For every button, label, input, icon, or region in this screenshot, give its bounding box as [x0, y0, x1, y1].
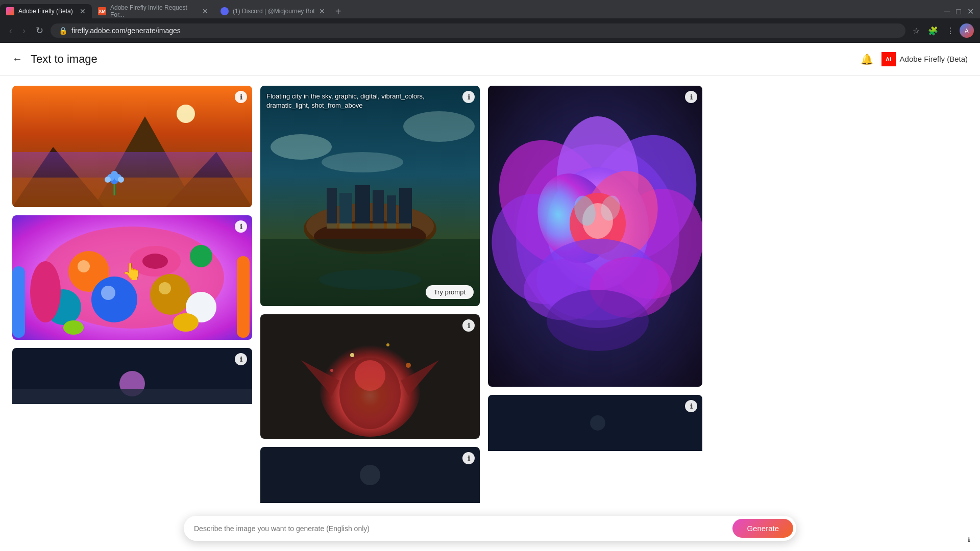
image-grid: ℹ [0, 76, 980, 551]
notification-button[interactable]: 🔔 [861, 53, 873, 65]
svg-rect-6 [12, 178, 252, 207]
xm-favicon: XM [98, 7, 106, 15]
app-back-button[interactable]: ← [12, 53, 22, 65]
tab-xm[interactable]: XM Adobe Firefly Invite Request For... ✕ [92, 4, 214, 18]
svg-rect-47 [399, 188, 412, 229]
tab-close-firefly[interactable]: ✕ [80, 8, 86, 15]
svg-point-53 [350, 353, 354, 357]
info-icon-rose[interactable]: ℹ [685, 91, 697, 103]
svg-point-38 [322, 152, 403, 172]
svg-point-37 [403, 111, 475, 142]
lock-icon: 🔒 [59, 27, 67, 35]
column-2: Floating city in the sky, graphic, digit… [260, 86, 480, 541]
generate-bar: Generate [184, 516, 796, 541]
tab-firefly[interactable]: Adobe Firefly (Beta) ✕ [0, 4, 92, 18]
svg-point-1 [177, 105, 195, 123]
prompt-text: Floating city in the sky, graphic, digit… [266, 92, 459, 110]
main-content: ℹ [0, 76, 980, 551]
generate-input[interactable] [194, 524, 732, 533]
svg-point-23 [159, 282, 171, 294]
tab-discord-label: (1) Discord | @Midjourney Bot [233, 8, 315, 15]
info-icon-city[interactable]: ℹ [462, 91, 475, 103]
svg-point-10 [111, 171, 118, 178]
firefly-favicon [6, 7, 14, 15]
info-icon-1[interactable]: ℹ [235, 91, 247, 103]
forward-button[interactable]: › [19, 23, 29, 38]
tab-xm-label: Adobe Firefly Invite Request For... [110, 4, 198, 18]
svg-point-19 [142, 254, 168, 269]
svg-point-29 [30, 261, 61, 322]
svg-point-21 [101, 286, 115, 300]
svg-point-24 [190, 245, 212, 267]
svg-point-11 [118, 177, 124, 183]
svg-rect-31 [237, 256, 250, 338]
new-tab-button[interactable]: + [331, 6, 346, 17]
image-card-floating-city[interactable]: Floating city in the sky, graphic, digit… [260, 86, 480, 306]
info-icon-dark1[interactable]: ℹ [235, 353, 247, 365]
svg-point-60 [355, 360, 385, 391]
svg-point-80 [547, 290, 649, 351]
svg-point-36 [271, 134, 332, 160]
column-3: ℹ ℹ [488, 86, 702, 541]
header-right: 🔔 Ai Adobe Firefly (Beta) [861, 52, 968, 66]
svg-rect-44 [355, 185, 370, 229]
image-card-red-creature[interactable]: ℹ [260, 314, 480, 439]
svg-rect-42 [327, 188, 337, 229]
try-prompt-button[interactable]: Try prompt [426, 285, 474, 299]
close-window-button[interactable]: ✕ [965, 5, 976, 18]
tab-controls: ─ □ ✕ [942, 5, 980, 18]
minimize-button[interactable]: ─ [942, 5, 952, 18]
page-title: Text to image [31, 53, 861, 66]
tab-close-discord[interactable]: ✕ [319, 8, 325, 15]
image-card-rose[interactable]: ℹ [488, 86, 702, 387]
tab-close-xm[interactable]: ✕ [202, 8, 208, 15]
image-card-colorful[interactable]: ℹ 👆 [12, 215, 252, 340]
bookmark-button[interactable]: ☆ [910, 24, 923, 38]
maximize-button[interactable]: □ [954, 5, 963, 18]
tab-bar: Adobe Firefly (Beta) ✕ XM Adobe Firefly … [0, 0, 980, 18]
address-text: firefly.adobe.com/generate/images [71, 27, 897, 35]
svg-rect-34 [12, 389, 252, 404]
svg-point-62 [360, 465, 380, 485]
nav-bar: ‹ › ↻ 🔒 firefly.adobe.com/generate/image… [0, 18, 980, 43]
info-icon-creature[interactable]: ℹ [462, 319, 475, 332]
tab-discord[interactable]: (1) Discord | @Midjourney Bot ✕ [214, 4, 331, 18]
column-1: ℹ [12, 86, 252, 541]
info-icon-dark2[interactable]: ℹ [462, 452, 475, 464]
tab-firefly-label: Adobe Firefly (Beta) [18, 8, 73, 15]
svg-point-20 [91, 277, 137, 322]
image-card-landscape[interactable]: ℹ [12, 86, 252, 207]
adobe-brand-text: Adobe Firefly (Beta) [900, 55, 968, 63]
address-bar[interactable]: 🔒 firefly.adobe.com/generate/images [51, 23, 905, 38]
svg-point-27 [173, 313, 199, 332]
svg-point-28 [63, 320, 84, 335]
svg-point-17 [78, 260, 90, 272]
svg-point-55 [406, 363, 411, 368]
app-header: ← Text to image 🔔 Ai Adobe Firefly (Beta… [0, 43, 980, 76]
info-icon-2[interactable]: ℹ [235, 220, 247, 233]
svg-point-56 [330, 369, 333, 372]
svg-point-82 [590, 415, 605, 431]
browser-chrome: Adobe Firefly (Beta) ✕ XM Adobe Firefly … [0, 0, 980, 43]
image-card-dark1[interactable]: ℹ [12, 348, 252, 541]
svg-point-22 [150, 274, 191, 315]
profile-avatar[interactable]: A [960, 23, 974, 38]
info-icon-dark3[interactable]: ℹ [685, 400, 697, 412]
svg-rect-43 [339, 193, 352, 229]
reload-button[interactable]: ↻ [33, 23, 46, 38]
adobe-logo: Ai Adobe Firefly (Beta) [881, 52, 968, 66]
generate-button[interactable]: Generate [732, 519, 793, 538]
svg-rect-45 [373, 190, 384, 229]
generate-info-icon[interactable]: ℹ [964, 535, 974, 545]
svg-rect-30 [12, 266, 25, 338]
svg-point-54 [386, 343, 389, 346]
svg-point-12 [105, 177, 111, 183]
nav-actions: ☆ 🧩 ⋮ A [910, 23, 974, 38]
svg-rect-48 [327, 223, 411, 229]
extensions-button[interactable]: 🧩 [925, 24, 941, 38]
settings-button[interactable]: ⋮ [943, 24, 958, 38]
adobe-icon: Ai [881, 52, 896, 66]
back-button[interactable]: ‹ [6, 23, 15, 38]
discord-favicon [220, 7, 229, 15]
